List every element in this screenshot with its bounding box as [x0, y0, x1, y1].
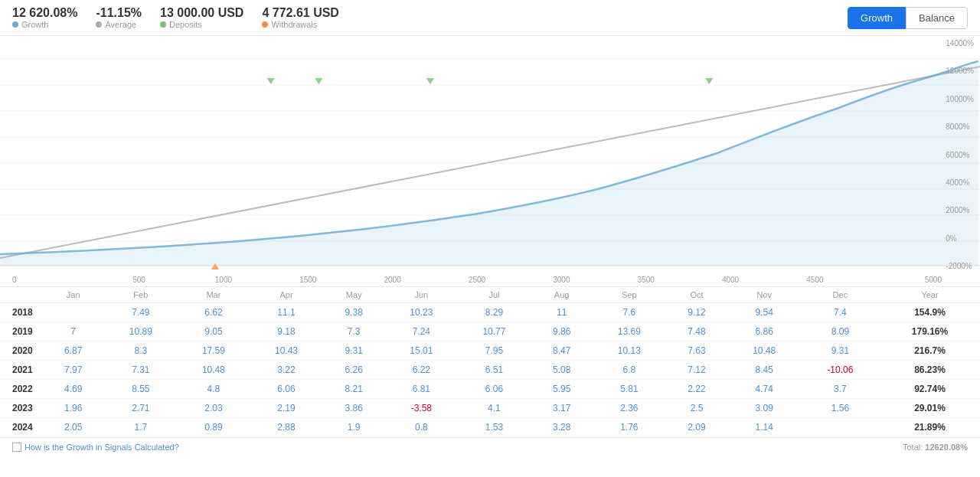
- data-cell: 2.5: [665, 399, 727, 418]
- col-mar: Mar: [177, 287, 250, 303]
- data-cell: 2.19: [250, 399, 322, 418]
- table-row: 20231.962.712.032.193.86-3.584.13.172.36…: [0, 399, 980, 418]
- data-cell: 3.09: [728, 399, 801, 418]
- deposits-dot: [160, 21, 166, 28]
- col-year: [0, 287, 42, 303]
- y-label: 12000%: [946, 67, 974, 75]
- data-cell: 6.06: [458, 380, 531, 399]
- year-cell: 2020: [0, 341, 42, 361]
- x-tick: 500: [96, 276, 181, 284]
- data-cell: 7.95: [458, 341, 531, 361]
- data-cell: 2.09: [665, 418, 727, 437]
- table-row: 2019710.899.059.187.37.2410.779.8613.697…: [0, 322, 980, 341]
- svg-marker-11: [315, 78, 322, 84]
- col-jun: Jun: [385, 287, 458, 303]
- data-cell: 0.89: [177, 418, 250, 437]
- growth-calculation-link[interactable]: How is the Growth in Signals Calculated?: [12, 443, 179, 452]
- col-jul: Jul: [458, 287, 531, 303]
- y-label: 10000%: [946, 95, 974, 103]
- stat-value: -11.15%: [96, 6, 142, 20]
- footer-link-text: How is the Growth in Signals Calculated?: [24, 443, 179, 452]
- data-cell: 8.55: [104, 380, 177, 399]
- data-cell: 7.63: [665, 341, 727, 361]
- stat-withdrawals: 4 772.61 USDWithdrawals: [262, 6, 339, 29]
- data-cell: 10.43: [250, 341, 322, 361]
- data-cell: [42, 303, 104, 322]
- data-cell: 9.31: [323, 341, 385, 361]
- stat-label: Deposits: [160, 20, 243, 29]
- data-cell: 1.56: [801, 399, 880, 418]
- x-tick: 2500: [435, 276, 519, 284]
- y-label: 6000%: [946, 151, 974, 159]
- x-tick: 0: [12, 276, 96, 284]
- table-row: 20187.496.6211.19.3810.238.29117.69.129.…: [0, 303, 980, 322]
- data-cell: 7.49: [104, 303, 177, 322]
- data-cell: 10.13: [593, 341, 665, 361]
- data-cell: 8.3: [104, 341, 177, 361]
- data-cell: 7.97: [42, 361, 104, 380]
- stat-label: Average: [96, 20, 142, 29]
- data-cell: 2.71: [104, 399, 177, 418]
- data-cell: 6.06: [250, 380, 322, 399]
- growth-button[interactable]: Growth: [848, 7, 906, 29]
- data-cell: 8.47: [531, 341, 593, 361]
- footer-total: Total: 12620.08%: [903, 443, 968, 452]
- data-cell: 2.03: [177, 399, 250, 418]
- col-feb: Feb: [104, 287, 177, 303]
- col-apr: Apr: [250, 287, 322, 303]
- data-cell: 3.7: [801, 380, 880, 399]
- data-cell: 6.51: [458, 361, 531, 380]
- svg-marker-12: [426, 78, 434, 84]
- data-cell: 2.36: [593, 399, 665, 418]
- data-cell: 2.22: [665, 380, 727, 399]
- y-label: -2000%: [946, 262, 974, 270]
- stat-growth: 12 620.08%Growth: [12, 6, 77, 29]
- top-bar: 12 620.08%Growth-11.15%Average13 000.00 …: [0, 0, 980, 36]
- data-cell: 2.05: [42, 418, 104, 437]
- table-row: 20217.977.3110.483.226.266.226.515.086.8…: [0, 361, 980, 380]
- data-cell: 9.05: [177, 322, 250, 341]
- data-cell: 5.95: [531, 380, 593, 399]
- x-tick: 1000: [181, 276, 266, 284]
- balance-button[interactable]: Balance: [906, 7, 968, 29]
- data-cell: 4.74: [728, 380, 801, 399]
- data-cell: 6.87: [42, 341, 104, 361]
- stat-average: -11.15%Average: [96, 6, 142, 29]
- data-cell: 7.31: [104, 361, 177, 380]
- data-cell: 1.96: [42, 399, 104, 418]
- data-cell: 179.16%: [880, 322, 980, 341]
- data-cell: 7.3: [323, 322, 385, 341]
- data-cell: 6.8: [593, 361, 665, 380]
- data-table: Jan Feb Mar Apr May Jun Jul Aug Sep Oct …: [0, 287, 980, 437]
- data-cell: 3.17: [531, 399, 593, 418]
- data-cell: 10.89: [104, 322, 177, 341]
- data-cell: 15.01: [385, 341, 458, 361]
- toggle-buttons: Growth Balance: [848, 7, 968, 29]
- data-cell: 92.74%: [880, 380, 980, 399]
- data-table-container: Jan Feb Mar Apr May Jun Jul Aug Sep Oct …: [0, 287, 980, 437]
- year-cell: 2024: [0, 418, 42, 437]
- stat-value: 13 000.00 USD: [160, 6, 243, 20]
- y-axis-labels: 14000% 12000% 10000% 8000% 6000% 4000% 2…: [946, 36, 974, 273]
- checkbox-icon: [12, 443, 21, 452]
- data-cell: 6.62: [177, 303, 250, 322]
- data-cell: 216.7%: [880, 341, 980, 361]
- data-cell: 17.59: [177, 341, 250, 361]
- x-tick: 3000: [519, 276, 603, 284]
- year-cell: 2018: [0, 303, 42, 322]
- table-row: 20242.051.70.892.881.90.81.533.281.762.0…: [0, 418, 980, 437]
- data-cell: 6.81: [385, 380, 458, 399]
- total-label: Total:: [903, 443, 923, 452]
- stat-value: 12 620.08%: [12, 6, 77, 20]
- year-cell: 2023: [0, 399, 42, 418]
- data-cell: 6.22: [385, 361, 458, 380]
- data-cell: 4.8: [177, 380, 250, 399]
- data-cell: 0.8: [385, 418, 458, 437]
- data-cell: 13.69: [593, 322, 665, 341]
- col-nov: Nov: [728, 287, 801, 303]
- total-value: 12620.08%: [925, 443, 968, 452]
- col-year-total: Year: [880, 287, 980, 303]
- withdrawals-dot: [262, 21, 268, 28]
- data-cell: 29.01%: [880, 399, 980, 418]
- data-cell: 9.54: [728, 303, 801, 322]
